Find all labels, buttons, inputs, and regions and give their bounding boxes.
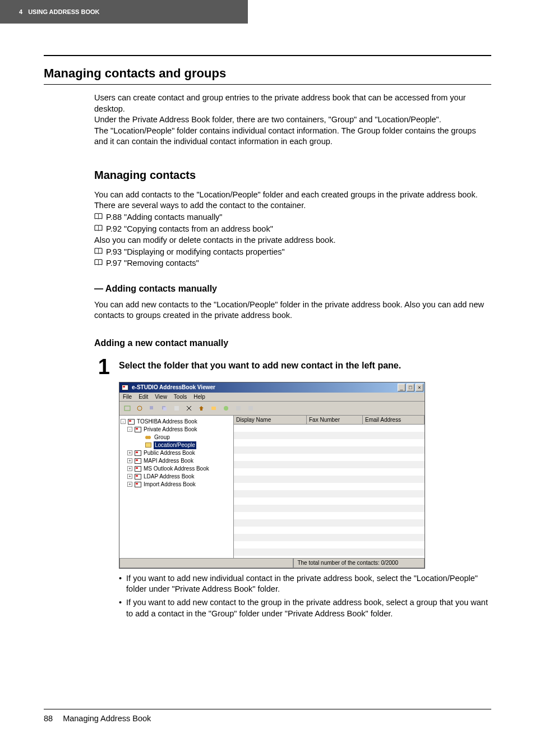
section-body: You can add contacts to the "Location/Pe… (94, 190, 491, 269)
app-icon (122, 385, 128, 390)
toolbar-icon[interactable] (209, 404, 218, 413)
menu-help[interactable]: Help (193, 394, 205, 400)
toolbar-icon[interactable] (147, 404, 156, 413)
tree-expand-icon[interactable]: + (127, 466, 132, 471)
bullet-icon: • (119, 573, 122, 595)
tree-pane[interactable]: -TOSHIBA Address Book -Private Address B… (119, 416, 234, 558)
bullet-list: • If you want to add new individual cont… (119, 573, 491, 619)
intro-p2: Under the Private Address Book folder, t… (94, 114, 491, 126)
tree-collapse-icon[interactable]: - (127, 427, 132, 432)
tree-group[interactable]: Group (154, 434, 170, 441)
book-icon (94, 247, 103, 258)
list-header: Display Name Fax Number Email Address (234, 416, 425, 425)
intro-p3: The "Location/People" folder contains in… (94, 126, 491, 147)
close-button[interactable]: × (416, 384, 423, 391)
chapter-number: 4 (19, 8, 22, 15)
svg-rect-14 (236, 406, 241, 411)
tree-expand-icon[interactable]: + (127, 458, 132, 463)
addressbook-icon (135, 474, 141, 480)
toolbar-icon[interactable] (123, 404, 132, 413)
tree-location-people[interactable]: Location/People (154, 441, 196, 449)
tree-root[interactable]: TOSHIBA Address Book (137, 418, 197, 426)
toolbar-icon[interactable] (135, 404, 144, 413)
tree-private[interactable]: Private Address Book (144, 426, 197, 434)
svg-point-5 (137, 406, 142, 411)
divider-top (44, 55, 491, 56)
crossref-3: P.93 "Displaying or modifying contacts p… (94, 247, 491, 258)
toolbar-icon[interactable] (234, 404, 243, 413)
intro-block: Users can create contact and group entri… (94, 93, 491, 147)
tree-expand-icon[interactable]: + (127, 482, 132, 487)
bullet-1: If you want to add new individual contac… (126, 573, 491, 595)
addressbook-icon (135, 466, 141, 472)
tree-expand-icon[interactable]: + (127, 474, 132, 479)
toolbar (119, 402, 425, 416)
subsection-body: You can add new contacts to the "Locatio… (94, 299, 491, 321)
tree-public[interactable]: Public Address Book (144, 449, 195, 457)
svg-rect-9 (174, 406, 179, 411)
col-display-name[interactable]: Display Name (234, 416, 307, 424)
footer-title: Managing Address Book (63, 714, 151, 723)
menu-view[interactable]: View (155, 394, 167, 400)
svg-point-13 (224, 406, 228, 411)
crossref-2-text: P.92 "Copying contacts from an address b… (106, 224, 273, 235)
status-text: The total number of the contacts: 0/2000 (293, 559, 425, 568)
col-fax-number[interactable]: Fax Number (307, 416, 363, 424)
toolbar-icon[interactable] (160, 404, 169, 413)
menu-tools[interactable]: Tools (174, 394, 187, 400)
crossref-1-text: P.88 "Adding contacts manually" (106, 212, 223, 223)
toolbar-icon[interactable] (185, 404, 193, 413)
svg-rect-4 (124, 406, 130, 411)
menu-edit[interactable]: Edit (139, 394, 148, 400)
statusbar: The total number of the contacts: 0/2000 (119, 558, 425, 568)
sec1-p2: There are several ways to add the contac… (94, 200, 491, 211)
group-icon (145, 435, 152, 440)
page-footer: 88 Managing Address Book (44, 709, 491, 723)
window-titlebar: e-STUDIO AddressBook Viewer _ □ × (119, 382, 425, 393)
menu-file[interactable]: File (123, 394, 132, 400)
addressbook-icon (135, 450, 141, 456)
tree-import[interactable]: Import Address Book (144, 481, 196, 488)
tree-outlook[interactable]: MS Outlook Address Book (144, 465, 209, 473)
folder-icon (145, 442, 151, 448)
svg-rect-8 (163, 407, 167, 411)
menubar: File Edit View Tools Help (119, 393, 425, 402)
page-heading: Managing contacts and groups (44, 66, 491, 85)
toolbar-icon[interactable] (222, 404, 230, 413)
bullet-2: If you want to add new contact to the gr… (126, 597, 491, 619)
bullet-icon: • (119, 597, 122, 619)
toolbar-icon[interactable] (246, 404, 255, 413)
list-pane[interactable]: Display Name Fax Number Email Address (234, 416, 425, 558)
window-title: e-STUDIO AddressBook Viewer (132, 384, 215, 390)
section-heading: Managing contacts (94, 169, 491, 182)
minimize-button[interactable]: _ (398, 384, 405, 391)
book-icon (94, 224, 103, 235)
step-1: 1 Select the folder that you want to add… (94, 356, 491, 377)
sec2-p1: You can add new contacts to the "Locatio… (94, 299, 491, 321)
tree-collapse-icon[interactable]: - (121, 419, 126, 424)
svg-rect-6 (150, 406, 153, 409)
chapter-title: USING ADDRESS BOOK (28, 8, 99, 15)
svg-rect-12 (211, 407, 216, 410)
list-rows (234, 425, 425, 556)
crossref-1: P.88 "Adding contacts manually" (94, 212, 491, 223)
tree-mapi[interactable]: MAPI Address Book (144, 457, 193, 465)
tree-expand-icon[interactable]: + (127, 450, 132, 455)
book-icon (94, 258, 103, 269)
step-text: Select the folder that you want to add n… (119, 356, 491, 371)
tree-ldap[interactable]: LDAP Address Book (144, 473, 194, 481)
addressbook-icon (135, 458, 141, 464)
col-email[interactable]: Email Address (363, 416, 425, 424)
sec1-p1: You can add contacts to the "Location/Pe… (94, 190, 491, 201)
screenshot-addressbook-viewer: e-STUDIO AddressBook Viewer _ □ × File E… (119, 382, 491, 569)
chapter-header: 4USING ADDRESS BOOK (0, 0, 248, 24)
app-window: e-STUDIO AddressBook Viewer _ □ × File E… (119, 382, 425, 569)
book-icon (94, 212, 103, 223)
toolbar-icon[interactable] (172, 404, 181, 413)
intro-p1: Users can create contact and group entri… (94, 93, 491, 114)
crossref-4-text: P.97 "Removing contacts" (106, 258, 199, 269)
addressbook-icon (135, 482, 141, 487)
svg-rect-15 (248, 406, 253, 411)
maximize-button[interactable]: □ (407, 384, 414, 391)
toolbar-icon[interactable] (197, 404, 206, 413)
